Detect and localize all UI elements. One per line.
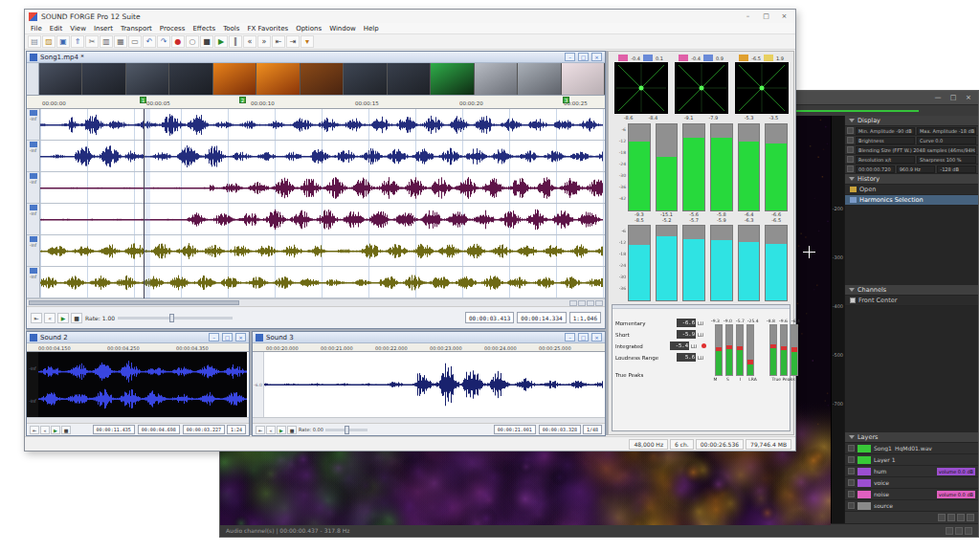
phase-scope-display[interactable] [614, 62, 668, 114]
layer-tool-icon[interactable] [957, 514, 965, 521]
layer-color-chip[interactable] [858, 445, 871, 452]
track-icon[interactable] [30, 236, 37, 242]
layer-visibility-icon[interactable] [848, 491, 855, 497]
video-thumbnail[interactable] [301, 63, 344, 95]
history-item[interactable]: Open [845, 185, 978, 195]
display-control[interactable]: Brightness [856, 137, 915, 144]
track-header[interactable]: -Inf [27, 109, 40, 140]
display-control[interactable]: -128 dB [937, 165, 976, 173]
track-icon[interactable] [30, 268, 37, 274]
selection-region[interactable] [144, 109, 150, 298]
rate-slider[interactable] [325, 429, 368, 431]
track-icon[interactable] [30, 142, 37, 147]
display-control[interactable]: Max. Amplitude -18 dB [917, 127, 976, 135]
menu-tools[interactable]: Tools [219, 25, 243, 33]
rewind-icon[interactable]: « [44, 313, 56, 323]
layer-tool-icon[interactable] [947, 514, 955, 521]
play-icon[interactable]: ▶ [277, 426, 286, 434]
statusbar-icon[interactable] [965, 527, 972, 535]
timeline-marker[interactable]: 1 [140, 97, 146, 103]
timeline-marker[interactable]: 2 [239, 97, 246, 103]
track-header[interactable]: -Inf [27, 267, 40, 298]
layer-visibility-icon[interactable] [848, 456, 855, 463]
track-header[interactable]: -Inf [27, 204, 40, 234]
close-icon[interactable]: × [591, 53, 602, 61]
menu-effects[interactable]: Effects [189, 25, 219, 33]
track-waveform[interactable] [40, 235, 605, 266]
minimize-icon[interactable]: — [931, 93, 945, 102]
maximize-icon[interactable]: □ [222, 333, 233, 342]
new-file-icon[interactable]: ▤ [28, 35, 41, 48]
track-waveform[interactable] [40, 204, 605, 234]
display-control[interactable]: Curve 0.0 [917, 137, 976, 144]
close-icon[interactable]: × [777, 11, 791, 22]
zoom-time-icon[interactable] [587, 300, 594, 306]
marker-icon[interactable]: ▾ [301, 35, 314, 48]
track-icon[interactable] [30, 173, 37, 179]
video-track-header[interactable] [27, 63, 39, 95]
maximize-icon[interactable]: □ [947, 93, 960, 102]
layer-visibility-icon[interactable] [848, 468, 855, 474]
channels-panel-header[interactable]: Channels [845, 285, 978, 296]
rate-slider-thumb[interactable] [169, 314, 174, 322]
record-icon[interactable]: ● [171, 35, 185, 48]
history-item[interactable]: Harmonics Selection [845, 195, 978, 206]
display-control[interactable]: 960.9 Hz [897, 165, 936, 173]
waveform-overview[interactable] [794, 110, 919, 112]
display-control[interactable]: Resolution x/t [856, 156, 915, 164]
play-icon[interactable]: ▶ [57, 313, 69, 323]
zoom-in-icon[interactable] [578, 300, 586, 306]
display-row-icon[interactable] [847, 137, 854, 143]
stop-icon[interactable]: ■ [200, 35, 213, 48]
video-thumbnail[interactable] [388, 63, 431, 95]
zoom-out-icon[interactable] [569, 300, 577, 306]
loop-icon[interactable]: ○ [186, 35, 199, 48]
menu-options[interactable]: Options [292, 25, 325, 33]
copy-icon[interactable]: ▥ [100, 35, 113, 48]
play-icon[interactable]: ▶ [214, 35, 228, 48]
timeline-ruler[interactable]: 00:00:20.00000:00:21.00000:00:22.00000:0… [253, 343, 605, 352]
minimize-icon[interactable]: – [741, 11, 755, 22]
horizontal-scrollbar[interactable] [27, 298, 605, 306]
statusbar-icon[interactable] [955, 527, 963, 535]
waveform-canvas[interactable] [264, 352, 603, 417]
go-start-icon[interactable]: ⇤ [30, 426, 39, 434]
layer-visibility-icon[interactable] [848, 445, 855, 452]
go-start-icon[interactable]: ⇤ [272, 35, 285, 48]
layer-item[interactable]: Layer 1 [845, 454, 978, 466]
display-row-icon[interactable] [847, 127, 854, 134]
waveform-canvas[interactable] [38, 352, 247, 417]
rate-slider-thumb[interactable] [345, 426, 349, 434]
menu-help[interactable]: Help [360, 25, 383, 33]
sound3-titlebar[interactable]: Sound 3 – □ × [253, 332, 605, 343]
channel-item[interactable]: Front Center [845, 296, 978, 306]
trim-icon[interactable]: ▭ [128, 35, 142, 48]
rewind-icon[interactable]: « [40, 426, 50, 434]
track-header[interactable]: -Inf [27, 141, 40, 171]
timeline-ruler[interactable]: 00:00:0000:00:0500:00:1000:00:1500:00:20… [27, 96, 605, 109]
layer-color-chip[interactable] [858, 468, 871, 475]
track-waveform[interactable] [40, 172, 605, 203]
rewind-icon[interactable]: « [243, 35, 256, 48]
track-waveform[interactable] [40, 141, 605, 171]
display-control[interactable]: 00:00:00.720 [856, 165, 895, 173]
menu-insert[interactable]: Insert [90, 25, 117, 33]
display-control[interactable]: Blending Size (FFT W.) 2048 samples (46m… [856, 146, 976, 154]
track-header[interactable]: -Inf [27, 235, 40, 266]
undo-icon[interactable]: ↶ [143, 35, 156, 48]
rewind-icon[interactable]: « [266, 426, 276, 434]
timeline-marker[interactable]: 3 [563, 97, 569, 103]
scrollbar-thumb[interactable] [29, 300, 239, 305]
menu-window[interactable]: Window [325, 25, 360, 33]
minimize-icon[interactable]: – [565, 53, 575, 61]
menu-transport[interactable]: Transport [117, 25, 156, 33]
song-titlebar[interactable]: Song1.mp4 * – □ × [27, 52, 605, 63]
menu-process[interactable]: Process [156, 25, 189, 33]
timeline-ruler[interactable]: 00:00:04.15000:00:04.25000:00:04.350 [27, 343, 249, 352]
layer-visibility-icon[interactable] [848, 502, 855, 509]
layer-color-chip[interactable] [858, 491, 871, 498]
display-row-icon[interactable] [847, 146, 854, 153]
close-icon[interactable]: × [235, 333, 246, 342]
open-icon[interactable]: ▨ [42, 35, 56, 48]
close-icon[interactable]: × [591, 333, 602, 342]
